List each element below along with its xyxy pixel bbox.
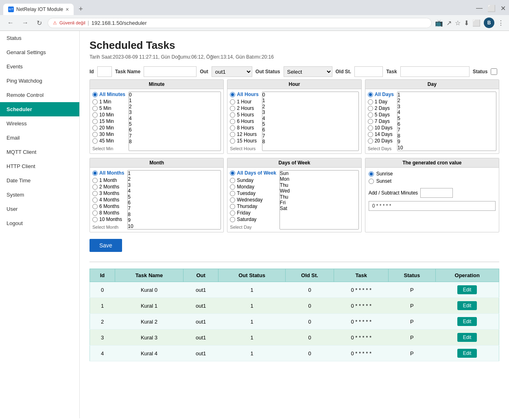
new-tab-button[interactable]: + xyxy=(75,3,86,15)
sidebar-item-remote-control[interactable]: Remote Control xyxy=(0,88,79,102)
2days-radio[interactable] xyxy=(368,106,373,111)
all-months-radio[interactable] xyxy=(92,171,98,176)
share-icon[interactable]: ↗ xyxy=(446,19,452,27)
tab-close-button[interactable]: × xyxy=(66,6,69,13)
url-bar[interactable]: ⚠ Güvenli değil | 192.168.1.50/scheduler xyxy=(48,18,432,28)
task-input[interactable] xyxy=(400,66,470,77)
hour-listbox[interactable]: 0123 45678 xyxy=(262,92,359,151)
sidebar-item-http[interactable]: HTTP Client xyxy=(0,159,79,173)
all-hours-label[interactable]: All Hours xyxy=(230,92,258,97)
menu-icon[interactable]: ⋮ xyxy=(498,19,504,27)
sidebar-item-system[interactable]: System xyxy=(0,188,79,202)
thursday-label[interactable]: Thursday xyxy=(230,203,276,209)
all-minutes-radio[interactable] xyxy=(92,92,98,97)
sidebar-item-user[interactable]: User xyxy=(0,202,79,216)
edit-button[interactable]: Edit xyxy=(457,301,477,310)
all-months-label[interactable]: All Months xyxy=(92,170,124,176)
status-checkbox[interactable] xyxy=(491,68,497,75)
20days-label[interactable]: 20 Days xyxy=(368,138,394,144)
45min-radio[interactable] xyxy=(92,138,98,144)
30min-radio[interactable] xyxy=(92,132,98,137)
monday-label[interactable]: Monday xyxy=(230,184,276,190)
back-button[interactable]: ← xyxy=(5,18,16,27)
6hours-radio[interactable] xyxy=(230,119,235,124)
id-input[interactable] xyxy=(97,66,112,77)
bookmark-icon[interactable]: ☆ xyxy=(455,19,461,27)
8hours-radio[interactable] xyxy=(230,125,235,131)
10days-radio[interactable] xyxy=(368,125,373,131)
active-tab[interactable]: IoT NetRelay IOT Module × xyxy=(3,4,74,15)
8months-radio[interactable] xyxy=(92,210,98,216)
5min-radio[interactable] xyxy=(92,106,98,111)
sunrise-radio[interactable] xyxy=(369,171,374,177)
15min-radio[interactable] xyxy=(92,119,98,124)
sidebar-item-email[interactable]: Email xyxy=(0,131,79,145)
all-hours-radio[interactable] xyxy=(230,92,235,97)
monday-radio[interactable] xyxy=(230,184,235,190)
dow-listbox[interactable]: SunMonThuWed ThuFriSat xyxy=(280,170,359,230)
cast-icon[interactable]: 📺 xyxy=(435,19,443,27)
tuesday-radio[interactable] xyxy=(230,191,235,196)
sunday-radio[interactable] xyxy=(230,178,235,183)
tuesday-label[interactable]: Tuesday xyxy=(230,190,276,196)
6months-radio[interactable] xyxy=(92,204,98,209)
friday-radio[interactable] xyxy=(230,210,235,216)
sidebar-item-logout[interactable]: Logout xyxy=(0,216,79,230)
all-dow-label[interactable]: All Days of Week xyxy=(230,170,276,176)
2hours-label[interactable]: 2 Hours xyxy=(230,105,258,111)
taskname-input[interactable] xyxy=(144,66,197,77)
5hours-label[interactable]: 5 Hours xyxy=(230,112,258,118)
sidebar-item-mqtt[interactable]: MQTT Client xyxy=(0,145,79,159)
2hours-radio[interactable] xyxy=(230,106,235,111)
download-icon[interactable]: ⬇ xyxy=(464,19,469,27)
minimize-button[interactable]: — xyxy=(476,4,483,12)
5days-radio[interactable] xyxy=(368,112,373,118)
14days-label[interactable]: 14 Days xyxy=(368,131,394,137)
minute-listbox[interactable]: 0123 45678 xyxy=(129,92,221,151)
30min-label[interactable]: 30 Min xyxy=(92,131,125,137)
15hours-radio[interactable] xyxy=(230,138,235,144)
2days-label[interactable]: 2 Days xyxy=(368,105,394,111)
sunset-radio[interactable] xyxy=(369,179,374,184)
edit-button[interactable]: Edit xyxy=(457,317,477,326)
45min-label[interactable]: 45 Min xyxy=(92,138,125,144)
5min-label[interactable]: 5 Min xyxy=(92,105,125,111)
1day-label[interactable]: 1 Day xyxy=(368,99,394,105)
restore-button[interactable]: ⬜ xyxy=(487,4,496,12)
14days-radio[interactable] xyxy=(368,132,373,137)
15hours-label[interactable]: 15 Hours xyxy=(230,138,258,144)
extension-icon[interactable]: ⬜ xyxy=(472,19,481,27)
friday-label[interactable]: Friday xyxy=(230,210,276,216)
day-listbox[interactable]: 1234 5678910 xyxy=(397,92,496,151)
10months-radio[interactable] xyxy=(92,217,98,222)
close-window-button[interactable]: ✕ xyxy=(500,4,506,12)
sunset-label[interactable]: Sunset xyxy=(369,178,496,184)
8hours-label[interactable]: 8 Hours xyxy=(230,125,258,131)
10days-label[interactable]: 10 Days xyxy=(368,125,394,131)
saturday-radio[interactable] xyxy=(230,217,235,222)
12hours-radio[interactable] xyxy=(230,132,235,137)
12hours-label[interactable]: 12 Hours xyxy=(230,131,258,137)
3months-label[interactable]: 3 Months xyxy=(92,190,124,196)
4months-label[interactable]: 4 Months xyxy=(92,197,124,203)
2months-label[interactable]: 2 Months xyxy=(92,184,124,190)
month-listbox[interactable]: 1234 5678910 xyxy=(127,170,221,230)
edit-button[interactable]: Edit xyxy=(457,285,477,294)
20days-radio[interactable] xyxy=(368,138,373,144)
sidebar-item-status[interactable]: Status xyxy=(0,31,79,45)
out-select[interactable]: out1 out2 out3 out4 xyxy=(212,66,252,77)
sidebar-item-wireless[interactable]: Wireless xyxy=(0,116,79,131)
sidebar-item-datetime[interactable]: Date Time xyxy=(0,173,79,188)
all-minutes-label[interactable]: All Minutes xyxy=(92,92,125,97)
1day-radio[interactable] xyxy=(368,99,373,105)
2months-radio[interactable] xyxy=(92,184,98,190)
1month-radio[interactable] xyxy=(92,178,98,183)
1hour-label[interactable]: 1 Hour xyxy=(230,99,258,105)
sidebar-item-scheduler[interactable]: Scheduler xyxy=(0,102,79,116)
oldst-input[interactable] xyxy=(354,66,383,77)
6months-label[interactable]: 6 Months xyxy=(92,203,124,209)
forward-button[interactable]: → xyxy=(20,18,31,27)
4months-radio[interactable] xyxy=(92,197,98,203)
10months-label[interactable]: 10 Months xyxy=(92,217,124,222)
7days-radio[interactable] xyxy=(368,119,373,124)
